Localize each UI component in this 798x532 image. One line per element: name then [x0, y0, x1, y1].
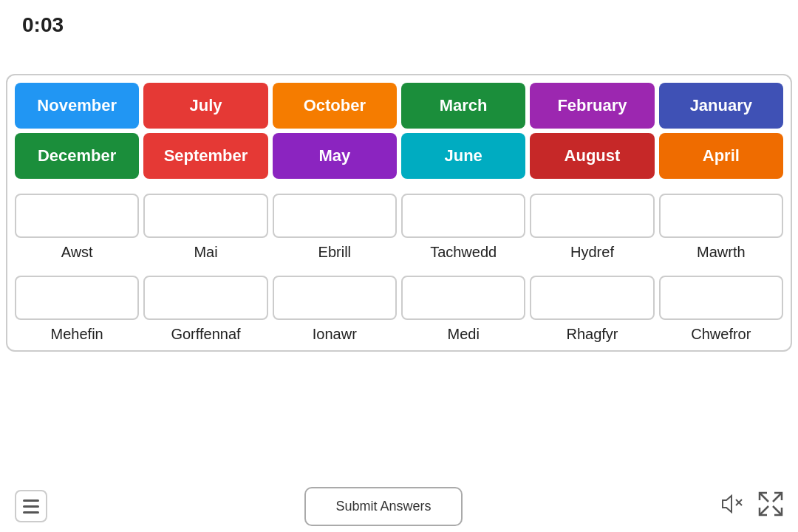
menu-bar-line3 — [23, 511, 39, 514]
drop-group-ionawr: Ionawr — [273, 276, 397, 343]
timer-display: 0:03 — [22, 13, 64, 37]
drop-group-rhagfyr: Rhagfyr — [530, 276, 654, 343]
welsh-label-chwefror: Chwefror — [691, 326, 751, 343]
drop-group-gorffennaf: Gorffennaf — [143, 276, 267, 343]
compress-icon — [758, 491, 783, 516]
months-row1: NovemberJulyOctoberMarchFebruaryJanuary — [15, 83, 783, 129]
drop-box-ionawr[interactable] — [273, 276, 397, 320]
svg-line-3 — [773, 493, 782, 502]
mute-icon — [720, 494, 743, 514]
drop-box-gorffennaf[interactable] — [143, 276, 267, 320]
welsh-drop-row1: AwstMaiEbrillTachweddHydrefMawrth — [15, 194, 783, 261]
drop-group-mawrth: Mawrth — [659, 194, 783, 261]
submit-button[interactable]: Submit Answers — [304, 487, 462, 526]
welsh-label-tachwedd: Tachwedd — [430, 244, 497, 261]
month-btn-april[interactable]: April — [659, 133, 783, 179]
drop-group-chwefror: Chwefror — [659, 276, 783, 343]
month-btn-january[interactable]: January — [659, 83, 783, 129]
welsh-label-ebrill: Ebrill — [318, 244, 351, 261]
svg-line-5 — [760, 506, 768, 515]
right-controls — [720, 491, 783, 522]
welsh-label-rhagfyr: Rhagfyr — [566, 326, 618, 343]
months-row2: DecemberSeptemberMayJuneAugustApril — [15, 133, 783, 179]
month-btn-october[interactable]: October — [273, 83, 397, 129]
drop-box-awst[interactable] — [15, 194, 139, 238]
month-btn-february[interactable]: February — [530, 83, 654, 129]
month-btn-may[interactable]: May — [273, 133, 397, 179]
menu-button[interactable] — [15, 490, 47, 522]
drop-group-awst: Awst — [15, 194, 139, 261]
drop-group-ebrill: Ebrill — [273, 194, 397, 261]
drop-box-medi[interactable] — [401, 276, 525, 320]
drop-box-mawrth[interactable] — [659, 194, 783, 238]
month-btn-august[interactable]: August — [530, 133, 654, 179]
month-btn-march[interactable]: March — [401, 83, 525, 129]
welsh-label-medi: Medi — [447, 326, 479, 343]
month-btn-september[interactable]: September — [143, 133, 267, 179]
welsh-label-ionawr: Ionawr — [313, 326, 357, 343]
drop-group-tachwedd: Tachwedd — [401, 194, 525, 261]
bottom-bar: Submit Answers — [0, 480, 798, 532]
drop-group-medi: Medi — [401, 276, 525, 343]
month-btn-july[interactable]: July — [143, 83, 267, 129]
month-btn-june[interactable]: June — [401, 133, 525, 179]
welsh-label-gorffennaf: Gorffennaf — [171, 326, 240, 343]
drop-box-ebrill[interactable] — [273, 194, 397, 238]
svg-line-4 — [773, 506, 782, 515]
welsh-label-mawrth: Mawrth — [697, 244, 746, 261]
drop-box-tachwedd[interactable] — [401, 194, 525, 238]
drop-group-hydref: Hydref — [530, 194, 654, 261]
welsh-drop-row2: MehefinGorffennafIonawrMediRhagfyrChwefr… — [15, 276, 783, 343]
menu-bar-line1 — [23, 499, 39, 502]
drop-box-rhagfyr[interactable] — [530, 276, 654, 320]
drop-box-mehefin[interactable] — [15, 276, 139, 320]
welsh-label-mehefin: Mehefin — [51, 326, 103, 343]
drop-box-hydref[interactable] — [530, 194, 654, 238]
month-btn-december[interactable]: December — [15, 133, 139, 179]
drop-box-mai[interactable] — [143, 194, 267, 238]
svg-line-2 — [760, 493, 768, 502]
month-btn-november[interactable]: November — [15, 83, 139, 129]
mute-button[interactable] — [720, 494, 743, 519]
drop-group-mehefin: Mehefin — [15, 276, 139, 343]
drop-box-chwefror[interactable] — [659, 276, 783, 320]
welsh-label-mai: Mai — [194, 244, 217, 261]
drop-group-mai: Mai — [143, 194, 267, 261]
compress-button[interactable] — [758, 491, 783, 522]
main-container: NovemberJulyOctoberMarchFebruaryJanuary … — [6, 74, 792, 352]
welsh-label-hydref: Hydref — [570, 244, 614, 261]
welsh-label-awst: Awst — [61, 244, 93, 261]
menu-bar-line2 — [23, 505, 39, 508]
